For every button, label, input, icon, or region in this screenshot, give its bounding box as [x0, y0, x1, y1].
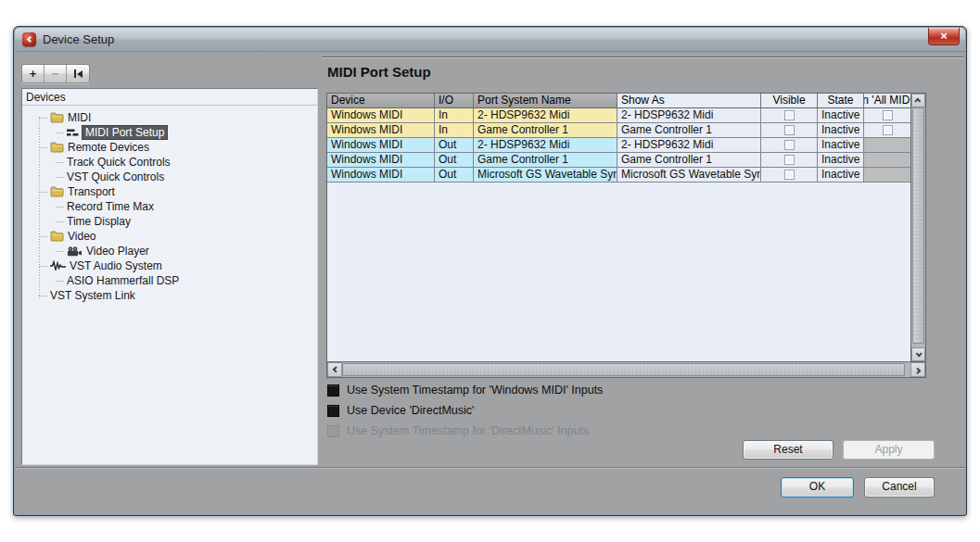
- tree-connector: [39, 192, 47, 193]
- horizontal-scrollbar[interactable]: [327, 361, 925, 377]
- tree-item[interactable]: Transport: [22, 184, 317, 199]
- col-header-device: Device: [327, 94, 435, 108]
- tree-item[interactable]: ASIO Hammerfall DSP: [22, 273, 317, 288]
- window-title: Device Setup: [43, 32, 114, 46]
- tree-connector: [56, 207, 64, 208]
- table-body: Windows MIDI In 2- HDSP9632 Midi 2- HDSP…: [327, 108, 910, 183]
- cell-port-system-name: Microsoft GS Wavetable Synth: [474, 168, 617, 182]
- visible-checkbox[interactable]: [784, 140, 795, 150]
- cell-io: In: [435, 123, 474, 137]
- add-device-button[interactable]: +: [22, 65, 45, 82]
- cell-show-as[interactable]: Microsoft GS Wavetable Synth: [617, 168, 761, 182]
- folder-icon: [50, 112, 64, 123]
- cell-visible: [761, 168, 818, 182]
- tree-item[interactable]: Remote Devices: [22, 140, 317, 155]
- horizontal-scroll-thumb[interactable]: [342, 363, 905, 376]
- tree-item[interactable]: Record Time Max: [22, 199, 317, 214]
- tree-item-label: VST Quick Controls: [67, 170, 164, 183]
- cell-show-as[interactable]: 2- HDSP9632 Midi: [617, 138, 761, 152]
- toggle-box-icon[interactable]: [327, 405, 339, 417]
- cell-state: Inactive: [818, 123, 864, 137]
- devices-panel: Devices MIDI MIDI Port Setup Remote Devi…: [21, 88, 318, 465]
- option-use-system-timestamp-windows-midi[interactable]: Use System Timestamp for 'Windows MIDI' …: [327, 383, 603, 397]
- scroll-left-button[interactable]: [327, 362, 342, 377]
- footer-separator: [15, 467, 965, 469]
- tree-item[interactable]: MIDI Port Setup: [22, 125, 317, 140]
- minus-icon: −: [52, 67, 59, 81]
- table-empty-area: [327, 183, 910, 361]
- audio-icon: [50, 260, 66, 271]
- cell-visible: [761, 153, 818, 167]
- cell-state: Inactive: [818, 153, 864, 167]
- ok-button[interactable]: OK: [781, 477, 854, 498]
- cell-in-all-midi: [864, 108, 910, 122]
- reset-devices-button[interactable]: [67, 65, 89, 82]
- cell-port-system-name: 2- HDSP9632 Midi: [474, 108, 617, 122]
- cell-state: Inactive: [818, 108, 864, 122]
- scroll-up-button[interactable]: [911, 94, 925, 107]
- cell-io: Out: [435, 168, 474, 182]
- vertical-scroll-thumb[interactable]: [912, 107, 924, 344]
- midi-ports-table: Device I/O Port System Name Show As Visi…: [326, 93, 926, 378]
- cell-in-all-midi-blocked: [864, 138, 910, 152]
- cell-port-system-name: Game Controller 1: [474, 123, 617, 137]
- cell-device: Windows MIDI: [327, 168, 435, 182]
- reset-button[interactable]: Reset: [743, 440, 834, 460]
- folder-icon: [50, 231, 64, 242]
- tree-item-label: Time Display: [67, 215, 131, 228]
- tree-connector: [56, 251, 64, 252]
- table-row[interactable]: Windows MIDI Out 2- HDSP9632 Midi 2- HDS…: [327, 138, 910, 153]
- close-button[interactable]: ×: [928, 28, 960, 45]
- cell-device: Windows MIDI: [327, 153, 435, 167]
- table-row[interactable]: Windows MIDI In Game Controller 1 Game C…: [327, 123, 910, 138]
- scroll-down-button[interactable]: [911, 347, 925, 361]
- option-label: Use Device 'DirectMusic': [347, 404, 474, 417]
- visible-checkbox[interactable]: [784, 170, 795, 180]
- all-midi-checkbox[interactable]: [883, 125, 893, 135]
- all-midi-checkbox[interactable]: [883, 110, 893, 120]
- tree-item[interactable]: Video Player: [22, 244, 317, 258]
- option-use-system-timestamp-directmusic: Use System Timestamp for 'DirectMusic' I…: [327, 423, 603, 438]
- cell-visible: [761, 138, 818, 152]
- toggle-box-icon: [327, 425, 339, 437]
- scroll-right-button[interactable]: [910, 362, 925, 377]
- table-row[interactable]: Windows MIDI In 2- HDSP9632 Midi 2- HDSP…: [327, 108, 910, 123]
- app-icon: [22, 32, 36, 46]
- cell-show-as[interactable]: 2- HDSP9632 Midi: [617, 108, 761, 122]
- tree-item[interactable]: Time Display: [22, 214, 317, 229]
- tree-item[interactable]: MIDI: [22, 110, 317, 125]
- tree-item[interactable]: VST System Link: [22, 288, 317, 303]
- chevron-right-icon: [914, 367, 921, 373]
- skip-to-start-icon: [74, 69, 83, 78]
- remove-device-button[interactable]: −: [45, 65, 67, 82]
- visible-checkbox[interactable]: [784, 155, 795, 165]
- visible-checkbox[interactable]: [784, 125, 795, 135]
- plus-icon: +: [30, 67, 37, 81]
- table-row[interactable]: Windows MIDI Out Microsoft GS Wavetable …: [327, 168, 910, 183]
- video-icon: [67, 246, 83, 257]
- tree-item[interactable]: Track Quick Controls: [22, 155, 317, 170]
- vertical-scrollbar[interactable]: [910, 94, 925, 361]
- tree-item[interactable]: Video: [22, 229, 317, 244]
- visible-checkbox[interactable]: [784, 110, 795, 120]
- tree-connector: [56, 177, 64, 178]
- cell-io: In: [435, 108, 474, 122]
- toggle-box-icon[interactable]: [327, 384, 339, 397]
- cell-show-as[interactable]: Game Controller 1: [617, 153, 761, 167]
- tree-item-label: VST Audio System: [70, 259, 162, 272]
- chevron-down-icon: [916, 350, 923, 357]
- chevron-left-icon: [27, 36, 33, 43]
- tree-item-label: Remote Devices: [68, 141, 149, 154]
- cell-in-all-midi-blocked: [864, 153, 910, 167]
- tree-item[interactable]: VST Audio System: [22, 258, 317, 273]
- tree-connector: [39, 118, 47, 119]
- table-row[interactable]: Windows MIDI Out Game Controller 1 Game …: [327, 153, 910, 168]
- window-titlebar[interactable]: Device Setup ×: [15, 28, 965, 52]
- tree-item[interactable]: VST Quick Controls: [22, 170, 317, 184]
- cell-port-system-name: Game Controller 1: [474, 153, 617, 167]
- devices-tree: MIDI MIDI Port Setup Remote Devices Trac…: [22, 106, 317, 303]
- cancel-button[interactable]: Cancel: [864, 477, 935, 498]
- cell-show-as[interactable]: Game Controller 1: [617, 123, 761, 137]
- option-use-device-directmusic[interactable]: Use Device 'DirectMusic': [327, 403, 603, 418]
- tree-item-label: VST System Link: [50, 289, 135, 302]
